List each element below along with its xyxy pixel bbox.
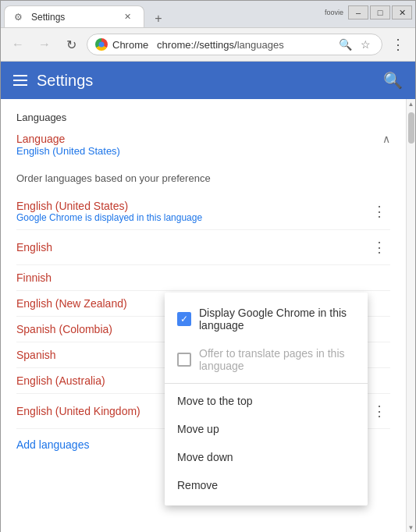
menu-item-remove[interactable]: Remove [165, 471, 368, 499]
language-menu-button[interactable]: ⋮ [368, 400, 390, 422]
menu-item-translate-label: Offer to translate pages in this languag… [199, 347, 355, 372]
collapse-language-button[interactable]: ∧ [382, 133, 390, 145]
app-label: foovie [325, 9, 343, 16]
menu-item-move-down[interactable]: Move down [165, 443, 368, 471]
checkbox-display-chrome[interactable]: ✓ [177, 312, 191, 326]
search-omnibox-icon[interactable]: 🔍 [336, 36, 354, 53]
browser-tab[interactable]: ⚙ Settings ✕ [4, 5, 144, 27]
tab-title: Settings [31, 12, 115, 23]
tab-close-button[interactable]: ✕ [121, 10, 134, 23]
context-menu: ✓ Display Google Chrome in this language… [165, 293, 368, 505]
more-menu-button[interactable]: ⋮ [387, 34, 409, 55]
url-path: chrome://settings/languages [157, 39, 284, 51]
lang-item-text: English (United States) Google Chrome is… [16, 200, 368, 223]
scroll-up-button[interactable]: ▲ [407, 99, 415, 109]
menu-item-move-top[interactable]: Move to the top [165, 387, 368, 415]
omnibox[interactable]: Chrome chrome://settings/languages 🔍 ☆ [87, 34, 382, 55]
menu-item-move-up[interactable]: Move up [165, 415, 368, 443]
menu-item-move-top-label: Move to the top [177, 395, 253, 407]
close-button[interactable]: ✕ [392, 5, 412, 20]
maximize-button[interactable]: □ [370, 5, 390, 20]
list-item: English (United States) Google Chrome is… [16, 193, 390, 230]
lang-note: Google Chrome is displayed in this langu… [16, 212, 368, 223]
lang-name: English (United States) [16, 200, 368, 212]
menu-item-move-up-label: Move up [177, 423, 219, 435]
lang-name: Finnish [16, 271, 390, 284]
menu-item-display-chrome-label: Display Google Chrome in this language [199, 307, 355, 332]
settings-search-icon[interactable]: 🔍 [383, 71, 403, 90]
chrome-icon [95, 38, 108, 51]
language-menu-button[interactable]: ⋮ [368, 236, 390, 258]
lang-item-text: Finnish [16, 271, 390, 284]
chrome-text: Chrome [112, 39, 148, 51]
checkbox-translate [177, 353, 191, 367]
bookmark-icon[interactable]: ☆ [357, 36, 374, 53]
language-menu-button[interactable]: ⋮ [368, 200, 390, 222]
settings-header: Settings 🔍 [1, 62, 415, 99]
omnibox-actions: 🔍 ☆ [336, 36, 374, 53]
hamburger-menu[interactable] [13, 75, 27, 86]
scrollbar-thumb[interactable] [408, 112, 414, 144]
new-tab-button[interactable]: + [148, 10, 169, 27]
settings-tab-icon: ⚙ [14, 12, 25, 23]
language-section-header: Language English (United States) ∧ [16, 133, 390, 169]
language-section-title-block: Language English (United States) [16, 133, 120, 169]
menu-divider [165, 383, 368, 384]
scrollbar[interactable]: ▲ ▼ [406, 99, 415, 532]
language-subtitle: English (United States) [16, 145, 120, 157]
window-frame: ⚙ Settings ✕ + foovie – □ ✕ ← → ↻ Chrome [0, 0, 416, 532]
tab-area: ⚙ Settings ✕ + [4, 1, 169, 27]
menu-item-translate: Offer to translate pages in this languag… [165, 339, 368, 380]
list-item: English ⋮ [16, 230, 390, 265]
lang-name: English [16, 241, 368, 254]
order-label: Order languages based on your preference [16, 172, 390, 184]
minimize-button[interactable]: – [348, 5, 368, 20]
address-bar: ← → ↻ Chrome chrome://settings/languages… [1, 27, 415, 62]
menu-item-display-chrome[interactable]: ✓ Display Google Chrome in this language [165, 299, 368, 339]
list-item: Finnish [16, 265, 390, 291]
settings-title: Settings [37, 72, 374, 90]
menu-item-move-down-label: Move down [177, 451, 233, 463]
scroll-down-button[interactable]: ▼ [407, 523, 415, 532]
omnibox-url: Chrome chrome://settings/languages [112, 39, 332, 51]
window-controls: foovie – □ ✕ [325, 5, 412, 20]
reload-button[interactable]: ↻ [60, 34, 82, 55]
section-label: Languages [16, 112, 390, 123]
back-button[interactable]: ← [7, 34, 29, 55]
forward-button[interactable]: → [34, 34, 55, 55]
language-title: Language [16, 133, 120, 145]
lang-item-text: English [16, 241, 368, 254]
content-wrapper: Languages Language English (United State… [1, 99, 415, 532]
menu-item-remove-label: Remove [177, 479, 218, 491]
title-bar: ⚙ Settings ✕ + foovie – □ ✕ [1, 1, 415, 27]
